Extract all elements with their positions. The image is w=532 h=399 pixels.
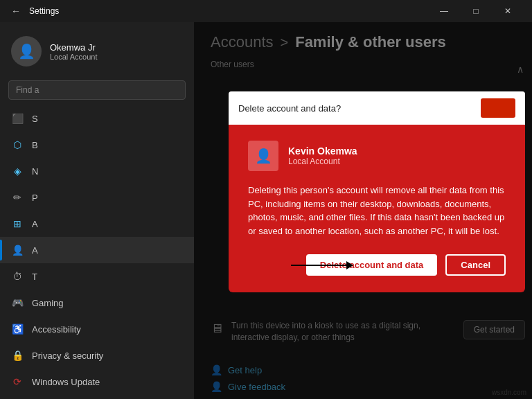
sidebar-item-network[interactable]: ◈ N [0, 158, 194, 184]
sidebar-item-accessibility[interactable]: ♿ Accessibility [0, 316, 194, 342]
sidebar-label-accounts: A [32, 245, 38, 256]
sidebar-label-privacy: Privacy & security [32, 351, 103, 361]
user-section: 👤 Okemwa Jr Local Account [0, 28, 194, 78]
sidebar-item-system[interactable]: ⬛ S [0, 105, 194, 132]
close-button[interactable]: ✕ [492, 0, 524, 22]
sidebar-label-bluetooth: B [32, 140, 38, 150]
sidebar-label-gaming: Gaming [32, 298, 64, 308]
arrow-head [346, 261, 353, 269]
app-title: Settings [29, 6, 59, 16]
bluetooth-icon: ⬡ [11, 139, 24, 151]
dialog-actions: Delete account and data Cancel [248, 254, 506, 276]
search-placeholder: Find a [16, 85, 39, 95]
sidebar-item-accounts[interactable]: 👤 A [0, 237, 194, 263]
accessibility-icon: ♿ [11, 323, 24, 335]
user-info: Okemwa Jr Local Account [50, 42, 98, 61]
app-body: 👤 Okemwa Jr Local Account Find a ⬛ S ⬡ B… [0, 22, 532, 399]
title-bar-left: ← Settings [8, 6, 59, 17]
sidebar-item-time[interactable]: ⏱ T [0, 263, 194, 290]
content-area: Accounts > Family & other users Other us… [194, 22, 532, 399]
system-icon: ⬛ [11, 112, 24, 125]
privacy-icon: 🔒 [11, 349, 24, 362]
sidebar-item-update[interactable]: ⟳ Windows Update [0, 369, 194, 395]
user-type: Local Account [50, 53, 98, 61]
sidebar-label-system: S [32, 114, 38, 124]
dialog-user-info: Kevin Okemwa Local Account [288, 145, 357, 166]
sidebar-item-gaming[interactable]: 🎮 Gaming [0, 290, 194, 316]
sidebar-label-network: N [32, 166, 38, 177]
dialog-description: Deleting this person's account will remo… [248, 184, 506, 238]
sidebar-item-apps[interactable]: ⊞ A [0, 211, 194, 237]
sidebar-label-apps: A [32, 219, 38, 229]
cancel-button[interactable]: Cancel [445, 254, 506, 276]
sidebar-item-bluetooth[interactable]: ⬡ B [0, 132, 194, 158]
sidebar-item-personalization[interactable]: ✏ P [0, 184, 194, 211]
apps-icon: ⊞ [11, 218, 24, 230]
dialog-user-avatar: 👤 [248, 141, 278, 171]
gaming-icon: 🎮 [11, 296, 24, 309]
search-bar-text: Delete account and data? [238, 103, 341, 114]
sidebar: 👤 Okemwa Jr Local Account Find a ⬛ S ⬡ B… [0, 22, 194, 399]
arrow-line [291, 265, 346, 266]
search-box[interactable]: Find a [8, 80, 186, 100]
sidebar-item-privacy[interactable]: 🔒 Privacy & security [0, 342, 194, 369]
sidebar-label-update: Windows Update [32, 377, 100, 387]
pen-icon: ✏ [11, 191, 24, 204]
accounts-icon: 👤 [11, 244, 24, 256]
sidebar-label-accessibility: Accessibility [32, 324, 81, 335]
dialog-user-name: Kevin Okemwa [288, 145, 357, 157]
update-icon: ⟳ [11, 375, 24, 388]
window-controls: — □ ✕ [428, 0, 524, 22]
minimize-button[interactable]: — [428, 0, 460, 22]
time-icon: ⏱ [11, 270, 24, 283]
dialog-user-type: Local Account [288, 157, 357, 166]
title-bar: ← Settings — □ ✕ [0, 0, 532, 22]
dialog-user-row: 👤 Kevin Okemwa Local Account [248, 141, 506, 171]
wifi-icon: ◈ [11, 165, 24, 177]
back-button[interactable]: ← [8, 6, 24, 17]
search-bar-action [481, 98, 515, 118]
search-bar-overlay: Delete account and data? [229, 91, 525, 125]
sidebar-label-time: T [32, 272, 37, 282]
avatar: 👤 [11, 36, 42, 66]
sidebar-label-personalization: P [32, 193, 38, 203]
maximize-button[interactable]: □ [460, 0, 492, 22]
user-name: Okemwa Jr [50, 42, 98, 53]
arrow-indicator [291, 261, 353, 269]
